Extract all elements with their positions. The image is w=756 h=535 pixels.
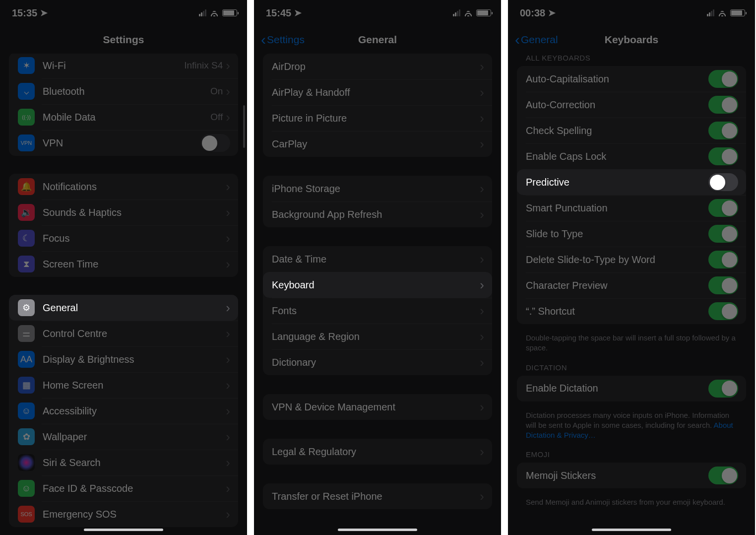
vpn-icon: VPN <box>18 134 35 151</box>
chevron-right-icon: › <box>226 327 230 340</box>
row-focus[interactable]: ☾Focus› <box>9 225 238 251</box>
row-spelling[interactable]: Check Spelling <box>517 118 746 143</box>
signal-icon <box>199 9 206 16</box>
row-label: Control Centre <box>43 328 226 339</box>
bluetooth-icon: ⌵ <box>18 83 35 100</box>
row-dictation[interactable]: Enable Dictation <box>517 376 746 401</box>
row-lang[interactable]: Language & Region› <box>263 324 492 349</box>
toggle-capslock[interactable] <box>708 147 738 165</box>
row-sounds[interactable]: 🔉Sounds & Haptics› <box>9 200 238 225</box>
toggle-smartpunct[interactable] <box>708 199 738 217</box>
toggle-shortcut[interactable] <box>708 302 738 320</box>
row-label: CarPlay <box>272 138 480 150</box>
row-datetime[interactable]: Date & Time› <box>263 246 492 272</box>
toggle-dictation[interactable] <box>708 380 738 398</box>
chevron-right-icon: › <box>226 301 230 314</box>
row-label: Picture in Picture <box>272 113 480 124</box>
back-label: General <box>521 34 558 46</box>
row-autocorrect[interactable]: Auto-Correction <box>517 92 746 118</box>
row-airdrop[interactable]: AirDrop› <box>263 54 492 79</box>
toggle-vpn[interactable] <box>200 134 230 152</box>
row-homescreen[interactable]: ▦Home Screen› <box>9 372 238 398</box>
row-sos[interactable]: SOSEmergency SOS› <box>9 501 238 527</box>
row-slide[interactable]: Slide to Type <box>517 221 746 247</box>
grid-icon: ▦ <box>18 377 35 394</box>
row-notifications[interactable]: 🔔Notifications› <box>9 174 238 200</box>
row-legal[interactable]: Legal & Regulatory› <box>263 439 492 465</box>
toggle-predictive[interactable] <box>708 173 738 191</box>
sos-icon: SOS <box>18 506 35 523</box>
row-carplay[interactable]: CarPlay› <box>263 131 492 157</box>
row-label: VPN & Device Management <box>272 401 480 413</box>
row-keyboard[interactable]: Keyboard› <box>263 272 492 298</box>
row-label: Focus <box>43 233 226 244</box>
row-detail: Infinix S4 <box>184 60 223 71</box>
row-transfer[interactable]: Transfer or Reset iPhone› <box>263 483 492 509</box>
row-label: “.” Shortcut <box>526 306 708 317</box>
page-title: General <box>358 34 397 46</box>
row-smartpunct[interactable]: Smart Punctuation <box>517 195 746 221</box>
row-label: Home Screen <box>43 380 226 391</box>
screenshot-3: 00:38➤‹GeneralKeyboardsAll KeyboardsAuto… <box>508 0 755 535</box>
status-bar: 15:35➤ <box>0 0 247 26</box>
row-siri[interactable]: Siri & Search› <box>9 450 238 475</box>
row-charprev[interactable]: Character Preview <box>517 272 746 298</box>
row-memoji[interactable]: Memoji Stickers <box>517 463 746 488</box>
footer-link[interactable]: About Dictation & Privacy… <box>526 421 733 439</box>
row-storage[interactable]: iPhone Storage› <box>263 176 492 201</box>
settings-group: 🔔Notifications›🔉Sounds & Haptics›☾Focus›… <box>9 174 238 277</box>
row-faceid[interactable]: ☺Face ID & Passcode› <box>9 475 238 501</box>
toggle-spelling[interactable] <box>708 122 738 139</box>
row-pip[interactable]: Picture in Picture› <box>263 105 492 131</box>
section-header: All Keyboards <box>508 54 755 66</box>
row-shortcut[interactable]: “.” Shortcut <box>517 298 746 324</box>
row-label: Display & Brightness <box>43 354 226 365</box>
row-dict[interactable]: Dictionary› <box>263 349 492 375</box>
section-footer: Send Memoji and Animoji stickers from yo… <box>508 493 755 517</box>
row-capslock[interactable]: Enable Caps Lock <box>517 143 746 169</box>
row-mobile-data[interactable]: ((·))Mobile DataOff› <box>9 104 238 130</box>
section-footer: Double-tapping the space bar will insert… <box>508 329 755 363</box>
row-bg-refresh[interactable]: Background App Refresh› <box>263 201 492 227</box>
row-predictive[interactable]: Predictive <box>517 169 746 195</box>
page-title: Settings <box>103 34 144 46</box>
chevron-right-icon: › <box>480 330 484 343</box>
toggle-charprev[interactable] <box>708 276 738 294</box>
row-bluetooth[interactable]: ⌵BluetoothOn› <box>9 78 238 104</box>
toggle-slide[interactable] <box>708 225 738 243</box>
row-wallpaper[interactable]: ✿Wallpaper› <box>9 424 238 450</box>
row-general[interactable]: ⚙General› <box>9 295 238 321</box>
row-label: Bluetooth <box>43 86 210 97</box>
section-footer: Dictation processes many voice inputs on… <box>508 406 755 451</box>
row-label: AirPlay & Handoff <box>272 87 480 98</box>
row-autocap[interactable]: Auto-Capitalisation <box>517 66 746 92</box>
toggle-delslide[interactable] <box>708 251 738 268</box>
toggle-autocap[interactable] <box>708 70 738 88</box>
row-label: Predictive <box>526 177 708 188</box>
chevron-right-icon: › <box>480 60 484 73</box>
row-accessibility[interactable]: ☺Accessibility› <box>9 398 238 424</box>
row-wifi[interactable]: ✶Wi-FiInfinix S4› <box>9 54 238 78</box>
row-label: Fonts <box>272 305 480 317</box>
settings-group: ⚙General›⚌Control Centre›AADisplay & Bri… <box>9 295 238 527</box>
row-vpn-mgmt[interactable]: VPN & Device Management› <box>263 394 492 420</box>
row-display[interactable]: AADisplay & Brightness› <box>9 346 238 372</box>
chevron-left-icon: ‹ <box>515 32 520 47</box>
status-bar: 15:45➤ <box>254 0 501 26</box>
nav-bar: Settings <box>0 26 247 54</box>
row-screentime[interactable]: ⧗Screen Time› <box>9 251 238 277</box>
row-label: Character Preview <box>526 280 708 291</box>
row-fonts[interactable]: Fonts› <box>263 298 492 324</box>
row-airplay[interactable]: AirPlay & Handoff› <box>263 79 492 105</box>
row-delslide[interactable]: Delete Slide-to-Type by Word <box>517 247 746 272</box>
toggle-autocorrect[interactable] <box>708 96 738 114</box>
toggle-memoji[interactable] <box>708 467 738 484</box>
row-label: Legal & Regulatory <box>272 446 480 458</box>
chevron-right-icon: › <box>480 182 484 195</box>
row-vpn[interactable]: VPNVPN <box>9 130 238 156</box>
back-button[interactable]: ‹Settings <box>261 32 305 47</box>
row-label: Check Spelling <box>526 125 708 136</box>
back-button[interactable]: ‹General <box>515 32 558 47</box>
nav-bar: ‹SettingsGeneral <box>254 26 501 54</box>
row-control-centre[interactable]: ⚌Control Centre› <box>9 321 238 346</box>
